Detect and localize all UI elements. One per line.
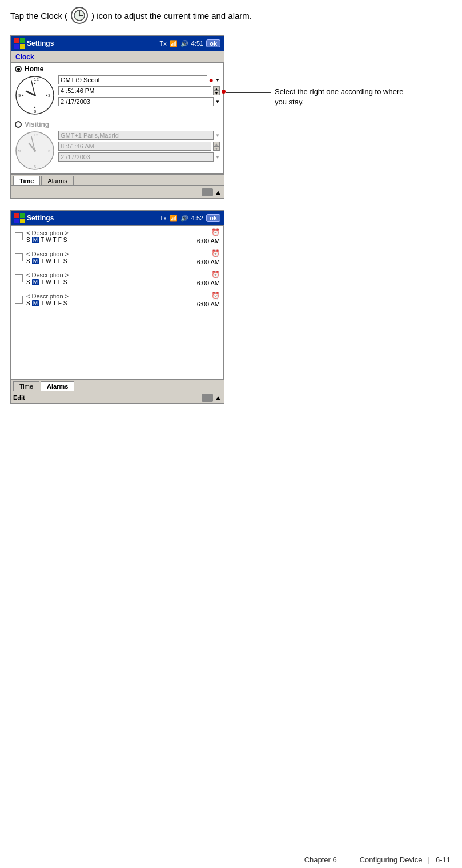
- home-header: Home: [15, 65, 220, 73]
- day-T2-4: T: [53, 300, 57, 306]
- day-S2-1: S: [63, 237, 67, 243]
- scroll-up-1[interactable]: ▲: [215, 188, 222, 196]
- day-T2-1: T: [53, 237, 57, 243]
- visiting-date-spinbtns: ▼: [215, 155, 220, 160]
- volume-icon-2: 🔊: [180, 215, 188, 222]
- annotation-dot: [222, 90, 226, 94]
- status-tx-2: Tx: [160, 215, 167, 221]
- ok-button-1[interactable]: ok: [206, 39, 220, 47]
- alarm-checkbox-2[interactable]: [15, 253, 23, 261]
- home-timezone-dropdown[interactable]: GMT+9 Seoul: [58, 75, 207, 84]
- time-display-2: 4:52: [191, 215, 203, 221]
- alarm-time-2: 6:00 AM: [197, 259, 220, 265]
- day-T2-3: T: [53, 279, 57, 285]
- app-title-1: Settings: [27, 39, 54, 47]
- alarm-time-3: 6:00 AM: [197, 280, 220, 286]
- alarm-days-1: S M T W T F S: [26, 237, 194, 243]
- home-date-dropdown[interactable]: 2 /17/2003: [58, 97, 214, 106]
- visiting-label: Visiting: [25, 120, 49, 128]
- title-bar-1: Settings Tx 📶 🔊 4:51 ok: [11, 36, 224, 51]
- day-S2-3: S: [63, 279, 67, 285]
- visiting-timezone-spinbtns: ▼: [215, 133, 220, 138]
- day-F-2: F: [58, 258, 62, 264]
- alarm-right-1: ⏰ 6:00 AM: [197, 228, 220, 244]
- pda-screen-1: Settings Tx 📶 🔊 4:51 ok Clock Home: [10, 35, 224, 199]
- alarm-details-4: < Description > S M T W T F S: [26, 293, 194, 306]
- day-F-4: F: [58, 300, 62, 306]
- day-W-2: W: [46, 258, 51, 264]
- home-timezone-spinbtns: ▼: [215, 78, 220, 83]
- visiting-content: 12 3 6 9 GMT+1 Paris,: [15, 131, 220, 171]
- clock-body: Home 12 3 6 9: [11, 62, 224, 174]
- svg-text:6: 6: [34, 109, 37, 114]
- alarm-days-3: S M T W T F S: [26, 279, 194, 285]
- day-S-4: S: [26, 300, 30, 306]
- svg-text:9: 9: [18, 149, 21, 153]
- keyboard-icon-1[interactable]: [202, 188, 213, 196]
- visiting-timezone-row: GMT+1 Paris,Madrid ▼: [58, 131, 220, 140]
- tab-alarms-2[interactable]: Alarms: [41, 381, 74, 391]
- visiting-time-controls: GMT+1 Paris,Madrid ▼ 8 :51:46 AM ▲ ▼: [58, 131, 220, 171]
- home-time-spinbtns[interactable]: ▲ ▼: [213, 86, 220, 95]
- day-S2-4: S: [63, 300, 67, 306]
- bottom-bar-1: ▲: [11, 185, 224, 198]
- home-time-down[interactable]: ▼: [213, 91, 220, 95]
- day-S-2: S: [26, 258, 30, 264]
- day-M-4-hl: M: [32, 300, 39, 306]
- day-T-1: T: [41, 237, 44, 243]
- day-M-1-hl: M: [32, 237, 39, 243]
- title-bar-left-2: Settings: [14, 213, 54, 223]
- alarm-checkbox-1[interactable]: [15, 232, 23, 240]
- signal-icon: 📶: [170, 40, 178, 47]
- intro-before: Tap the Clock (: [10, 11, 67, 21]
- day-F-3: F: [58, 279, 62, 285]
- visiting-time-down[interactable]: ▼: [213, 146, 220, 151]
- alarm-row-3: < Description > S M T W T F S ⏰ 6:00 AM: [11, 268, 223, 289]
- home-radio[interactable]: [15, 66, 22, 72]
- visiting-date-dropdown[interactable]: 2 /17/2003: [58, 152, 214, 162]
- tabs-row-2: Time Alarms: [11, 380, 224, 391]
- home-time-dropdown[interactable]: 4 :51:46 PM: [58, 86, 211, 95]
- home-date-row: 2 /17/2003 ▼: [58, 97, 220, 106]
- volume-icon: 🔊: [180, 40, 188, 47]
- edit-label[interactable]: Edit: [13, 394, 25, 401]
- day-M-2-hl: M: [32, 258, 39, 264]
- keyboard-icon-2[interactable]: [202, 394, 213, 402]
- svg-point-12: [22, 95, 23, 96]
- alarm-checkbox-3[interactable]: [15, 274, 23, 282]
- ok-button-2[interactable]: ok: [206, 214, 220, 222]
- tab-time-2[interactable]: Time: [13, 381, 39, 391]
- tab-alarms-1[interactable]: Alarms: [41, 176, 73, 185]
- svg-point-23: [34, 150, 36, 152]
- footer-page: 6-11: [436, 855, 451, 864]
- svg-point-10: [46, 95, 47, 96]
- home-section: Home 12 3 6 9: [11, 63, 223, 118]
- visiting-radio[interactable]: [15, 121, 22, 128]
- time-display-1: 4:51: [191, 40, 203, 47]
- visiting-timezone-dropdown[interactable]: GMT+1 Paris,Madrid: [58, 131, 214, 140]
- svg-point-0: [74, 10, 85, 21]
- alarm-empty-area: [11, 310, 223, 379]
- alarm-bell-1: ⏰: [211, 228, 220, 236]
- alarm-bell-3: ⏰: [211, 271, 220, 278]
- intro-after: ) icon to adjust the current time and al…: [91, 11, 252, 21]
- title-bar-left-1: Settings: [14, 38, 54, 49]
- visiting-section: Visiting 12 3 6 9: [11, 118, 223, 173]
- windows-flag-icon: [14, 38, 25, 49]
- scroll-up-2[interactable]: ▲: [215, 394, 222, 402]
- pda-screen-2: Settings Tx 📶 🔊 4:52 ok < Description > …: [10, 210, 224, 404]
- alarms-body: < Description > S M T W T F S ⏰ 6:00 AM: [11, 225, 224, 380]
- visiting-time-up[interactable]: ▲: [213, 142, 220, 146]
- tab-time-1[interactable]: Time: [13, 176, 40, 185]
- day-F-1: F: [58, 237, 62, 243]
- home-time-row: 4 :51:46 PM ▲ ▼: [58, 86, 220, 95]
- alarm-right-3: ⏰ 6:00 AM: [197, 271, 220, 286]
- alarm-time-4: 6:00 AM: [197, 301, 220, 308]
- visiting-time-dropdown[interactable]: 8 :51:46 AM: [58, 142, 211, 151]
- intro-text: Tap the Clock ( ) icon to adjust the cur…: [0, 0, 462, 30]
- visiting-time-spinbtns[interactable]: ▲ ▼: [213, 142, 220, 151]
- home-time-up[interactable]: ▲: [213, 86, 220, 91]
- alarm-checkbox-4[interactable]: [15, 296, 23, 304]
- alarm-row-2: < Description > S M T W T F S ⏰ 6:00 AM: [11, 247, 223, 268]
- svg-text:12: 12: [34, 133, 38, 137]
